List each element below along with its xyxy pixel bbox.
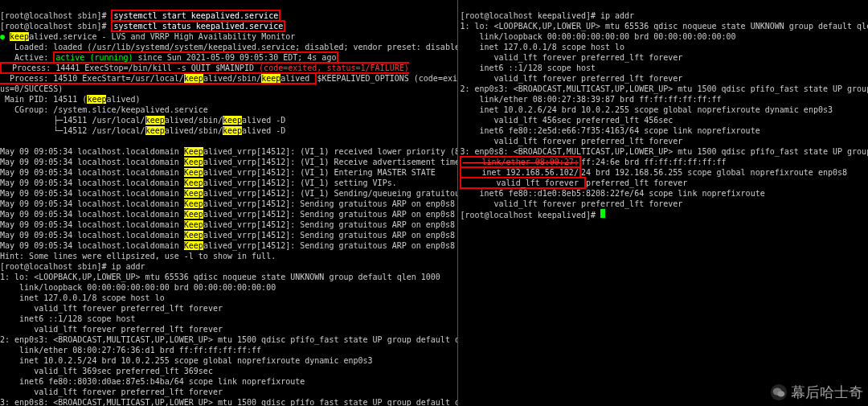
terminal-left[interactable]: [root@localhost sbin]# systemctl start k… (0, 0, 458, 406)
mainpid: Main PID: 14511 ( (0, 95, 87, 104)
ip-lo: 1: lo: <LOOPBACK,UP,LOWER_UP> mtu 65536 … (460, 22, 868, 31)
ip-enp0s8: 3: enp0s8: <BROADCAST,MULTICAST,UP,LOWER… (0, 398, 458, 406)
us0: us=0/SUCCESS) (0, 84, 63, 93)
ip-enp0s3: 2: enp0s3: <BROADCAST,MULTICAST,UP,LOWER… (460, 84, 868, 93)
keep-hl: keep (10, 32, 29, 41)
prompt-end: [root@localhost keepalived]# (460, 211, 600, 219)
svg-point-2 (777, 391, 784, 396)
ip-enp0s8: 3: enp0s8: <BROADCAST,MULTICAST,UP,LOWER… (460, 147, 868, 156)
inet-box-cont: valid_lft forever (460, 177, 586, 189)
ip-lo: 1: lo: <LOOPBACK,UP,LOWER_UP> mtu 65536 … (0, 273, 440, 281)
hint: Hint: Some lines were ellipsized, use -l… (0, 252, 276, 260)
active-pre: Active: (0, 53, 53, 62)
prompt: [root@localhost sbin]# (0, 22, 106, 31)
svc-line: alived.service - LVS and VRRP High Avail… (29, 32, 295, 41)
bullet-icon: ● (0, 32, 5, 41)
prompt: [root@localhost keepalived]# ip addr (460, 11, 634, 20)
prompt: [root@localhost sbin]# (0, 11, 106, 20)
cmd-ip: [root@localhost sbin]# ip addr (0, 262, 145, 271)
cursor-icon (600, 209, 605, 218)
wechat-icon (770, 383, 788, 401)
terminal-right[interactable]: [root@localhost keepalived]# ip addr 1: … (458, 0, 868, 406)
cgroup: CGroup: /system.slice/keepalived.service (0, 105, 208, 114)
loaded-line: Loaded: loaded (/usr/lib/systemd/system/… (0, 43, 458, 51)
watermark: 幕后哈士奇 (770, 383, 863, 401)
cmd-status-box: systemctl status keepalived.service (111, 20, 285, 32)
ip-enp0s3: 2: enp0s3: <BROADCAST,MULTICAST,UP,LOWER… (0, 335, 458, 344)
